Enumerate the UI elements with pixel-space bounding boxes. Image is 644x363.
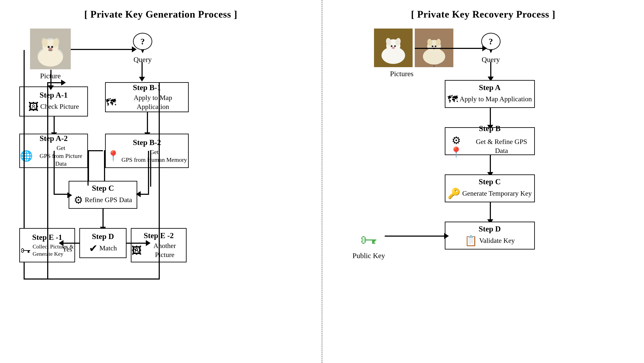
step-d-right-label: Step D	[479, 224, 501, 233]
step-b-label: Step B	[479, 124, 500, 133]
arrow-c-to-d	[102, 209, 104, 228]
arrowhead-a1	[48, 85, 54, 90]
step-c-content: Refine GPS Data	[85, 195, 132, 204]
svg-point-13	[48, 46, 50, 48]
step-c-right-icon: 🔑	[448, 188, 460, 200]
pictures-label: Pictures	[390, 70, 414, 78]
arrowhead-b1	[139, 77, 145, 82]
conn-feedback-to-a1	[47, 82, 62, 83]
right-panel-title: [ Private Key Recovery Process ]	[411, 9, 556, 20]
step-b-row: ⚙📍 Get & Refine GPS Data	[446, 134, 534, 158]
conn-feedback-right-v	[159, 82, 160, 278]
arrowhead-into-c-right	[136, 191, 141, 197]
conn-feedback-left-v	[47, 82, 48, 278]
step-c-right-content: Generate Temporary Key	[462, 189, 532, 198]
arrow-c-to-d-right	[490, 202, 491, 221]
arrow-query-to-a	[490, 62, 491, 78]
svg-point-24	[392, 47, 395, 49]
arrowhead-to-query-right	[482, 45, 487, 51]
step-c-right-label: Step C	[479, 177, 501, 186]
step-d-box: Step D ✔ Match	[79, 228, 126, 258]
right-panel: [ Private Key Recovery Process ]	[322, 0, 644, 363]
step-b2-label: Step B-2	[133, 138, 161, 147]
conn-e1-down	[24, 262, 25, 279]
arrow-b1-to-b2	[147, 112, 148, 134]
step-b1-row: 🗺 Apply to Map Application	[106, 93, 188, 111]
public-key-label: Public Key	[352, 252, 385, 260]
conn-b2-vert	[148, 151, 149, 194]
step-a1-icon: 🖼	[28, 101, 38, 113]
step-b-box: Step B ⚙📍 Get & Refine GPS Data	[445, 127, 535, 155]
query-label-left: Query	[134, 56, 152, 64]
arrowhead-to-e2	[146, 240, 150, 246]
svg-point-30	[432, 46, 434, 47]
conn-a2-down	[88, 151, 88, 186]
step-d-icon: ✔	[89, 242, 98, 254]
step-c-icon: ⚙	[74, 194, 83, 206]
arrow-pic-to-a1	[50, 70, 52, 87]
arrow-a2-to-c-h	[88, 150, 103, 151]
step-d-content: Match	[99, 244, 117, 253]
arrowhead-pubkey-to-d	[444, 233, 449, 239]
step-a-label: Step A	[479, 83, 500, 92]
step-b1-content: Apply to Map Application	[118, 93, 188, 111]
step-a1-box: Step A-1 🖼 Check Picture	[19, 87, 88, 117]
dummy	[150, 186, 151, 187]
step-a-row: 🗺 Apply to Map Application	[448, 93, 532, 105]
conn-bottom-merge	[47, 278, 132, 279]
svg-point-22	[391, 45, 392, 47]
left-flow-area: Picture ? Query Step A-1 🖼 Check Picture	[13, 29, 309, 354]
svg-point-31	[435, 46, 436, 47]
step-b1-icon: 🗺	[106, 97, 116, 108]
left-panel-title: [ Private Key Generation Process ]	[84, 9, 238, 20]
public-key-container: 🗝 Public Key	[352, 230, 385, 260]
step-a2-label: Step A-2	[40, 134, 68, 143]
step-b2-row: 📍 GetGPS from Human Memory	[107, 148, 187, 164]
step-a-icon: 🗺	[448, 93, 458, 105]
step-b2-content: GetGPS from Human Memory	[122, 148, 187, 164]
step-c-box: Step C ⚙ Refine GPS Data	[68, 181, 137, 209]
step-d-label: Step D	[92, 232, 114, 241]
svg-point-15	[48, 48, 52, 51]
step-a-content: Apply to Map Application	[460, 95, 532, 104]
conn-e2-bottom-h	[131, 278, 160, 279]
arrow-d-to-e2	[126, 243, 147, 244]
conn-a2-vert	[54, 151, 55, 194]
arrowhead-into-c-left	[67, 192, 72, 198]
step-b1-box: Step B-1 🗺 Apply to Map Application	[105, 82, 189, 112]
step-b1-label: Step B-1	[133, 83, 161, 92]
step-c-right-row: 🔑 Generate Temporary Key	[448, 188, 532, 200]
arrow-b-to-c	[490, 155, 491, 173]
query-box-left: ? Query	[133, 33, 152, 64]
arrow-query-to-b1	[142, 62, 142, 78]
step-a1-row: 🖼 Check Picture	[28, 101, 79, 113]
arrow-b2r-to-c-v	[150, 150, 151, 187]
step-d-right-row: 📋 Validate Key	[464, 235, 515, 247]
step-a2-content: GetGPS from Picture Data	[34, 144, 87, 168]
yes-label: Yes	[62, 245, 72, 253]
step-b2-box: Step B-2 📍 GetGPS from Human Memory	[105, 134, 189, 168]
dog-pic-right-1	[374, 29, 412, 67]
step-d-right-icon: 📋	[464, 235, 477, 247]
step-d-right-box: Step D 📋 Validate Key	[445, 222, 535, 249]
arrowhead-feedback-a1	[61, 80, 66, 86]
arrow-a-to-b	[490, 108, 491, 126]
query-icon-left: ?	[133, 33, 152, 50]
conn-a2-right	[88, 185, 88, 186]
arrow-a1-to-a2	[54, 117, 55, 134]
step-a-box: Step A 🗺 Apply to Map Application	[445, 80, 535, 108]
left-panel: [ Private Key Generation Process ]	[0, 0, 322, 363]
step-a1-content: Check Picture	[40, 102, 79, 111]
step-c-label: Step C	[92, 184, 114, 193]
step-a2-icon: 🌐	[20, 150, 33, 162]
svg-point-23	[394, 45, 396, 47]
step-e1-icon: 🗝	[20, 245, 31, 256]
step-d-right-content: Validate Key	[479, 236, 515, 245]
no-label: No	[132, 245, 140, 253]
step-b-icon: ⚙📍	[446, 134, 467, 158]
step-b2-icon: 📍	[107, 150, 120, 162]
arrow-pic-to-query	[71, 49, 133, 50]
right-flow-area: Pictures ? Query Step A 🗺 Apply to Map A…	[336, 29, 631, 354]
step-c-row: ⚙ Refine GPS Data	[74, 194, 132, 206]
arrow-pics-to-query	[415, 48, 484, 49]
